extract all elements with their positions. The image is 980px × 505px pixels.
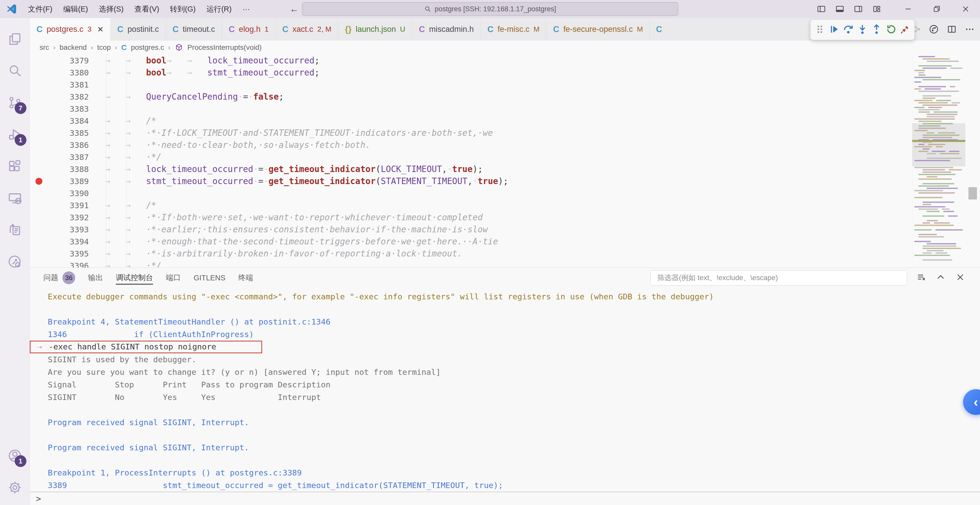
editor-scrollbar[interactable] xyxy=(966,54,980,268)
activity-item-remote-explorer[interactable] xyxy=(0,182,30,214)
filter-input[interactable] xyxy=(657,273,900,282)
minimap[interactable] xyxy=(912,54,966,268)
line-number[interactable]: 3393 xyxy=(30,225,97,234)
git-graph-button[interactable] xyxy=(929,24,939,34)
customize-layout-button[interactable] xyxy=(867,0,886,18)
activity-item-run-and-debug[interactable]: 1 xyxy=(0,119,30,150)
tab-close-icon[interactable]: ✕ xyxy=(97,25,103,34)
code-line: 3384→ → /* xyxy=(30,115,980,127)
menu-item[interactable]: 选择(S) xyxy=(94,0,129,18)
toggle-primary-sidebar-button[interactable] xyxy=(812,0,830,18)
menu-item[interactable]: 查看(V) xyxy=(129,0,165,18)
menu-item[interactable]: 转到(G) xyxy=(165,0,201,18)
tab-timeout.c[interactable]: Ctimeout.c xyxy=(166,18,222,41)
step-out-button[interactable] xyxy=(871,24,882,36)
breadcrumb-item[interactable]: src xyxy=(40,43,49,52)
clear-console-button[interactable] xyxy=(916,272,926,283)
restart-button[interactable] xyxy=(886,24,896,36)
more-actions-button[interactable] xyxy=(965,24,975,34)
minimap-line xyxy=(923,58,950,60)
tab-postgres.c[interactable]: Cpostgres.c3✕ xyxy=(30,18,111,41)
breadcrumb-file[interactable]: postgres.c xyxy=(131,43,164,52)
line-number[interactable]: 3391 xyxy=(30,201,97,210)
breadcrumb-item[interactable]: tcop xyxy=(97,43,111,52)
line-number[interactable]: 3383 xyxy=(30,104,97,113)
activity-item-settings[interactable] xyxy=(0,472,30,503)
breadcrumb-symbol[interactable]: ProcessInterrupts(void) xyxy=(188,43,262,52)
menu-item[interactable]: 编辑(E) xyxy=(58,0,94,18)
panel-tab-GITLENS[interactable]: GITLENS xyxy=(187,268,232,288)
line-number[interactable]: 3395 xyxy=(30,249,97,258)
minimap-line xyxy=(927,114,958,115)
panel-tab-终端[interactable]: 终端 xyxy=(232,268,259,288)
minimize-button[interactable] xyxy=(894,0,923,18)
minimap-line xyxy=(918,151,928,152)
activity-item-extensions[interactable] xyxy=(0,150,30,182)
minimap-line xyxy=(918,236,944,237)
split-editor-button[interactable] xyxy=(947,24,957,34)
line-number[interactable]: 3386 xyxy=(30,140,97,150)
tab-label: timeout.c xyxy=(183,25,215,34)
line-number[interactable]: 3389 xyxy=(30,177,97,186)
line-number[interactable]: 3394 xyxy=(30,237,97,246)
menu-item[interactable]: 运行(R) xyxy=(201,0,237,18)
minimize-icon xyxy=(904,5,913,13)
debug-console[interactable]: Execute debugger commands using "-exec <… xyxy=(30,288,980,492)
activity-item-explorer[interactable] xyxy=(0,23,30,55)
breakpoint-dot[interactable] xyxy=(35,178,42,185)
tab-postinit.c[interactable]: Cpostinit.c xyxy=(111,18,166,41)
activity-item-file-exchange[interactable] xyxy=(0,214,30,246)
panel-tab-端口[interactable]: 端口 xyxy=(159,268,187,288)
line-number[interactable]: 3381 xyxy=(30,80,97,89)
close-panel-button[interactable] xyxy=(955,272,965,283)
disconnect-button[interactable] xyxy=(900,24,910,36)
step-over-button[interactable] xyxy=(843,24,854,36)
tab-launch.json[interactable]: {}launch.jsonU xyxy=(338,18,412,41)
restart-icon xyxy=(886,24,896,35)
line-number[interactable]: 3382 xyxy=(30,92,97,101)
breadcrumb-item[interactable]: backend xyxy=(60,43,87,52)
nav-back-button[interactable]: ← xyxy=(290,3,299,14)
line-number[interactable]: 3385 xyxy=(30,128,97,138)
problems-badge: 36 xyxy=(62,271,75,284)
command-center-search[interactable]: postgres [SSH: 192.168.1.17_postgres] xyxy=(302,2,678,16)
line-number[interactable]: 3387 xyxy=(30,153,97,162)
code-line: 3391→ → /* xyxy=(30,199,980,211)
tab-elog.h[interactable]: Celog.h1 xyxy=(222,18,275,41)
toggle-secondary-sidebar-button[interactable] xyxy=(849,0,867,18)
line-number[interactable]: 3390 xyxy=(30,189,97,198)
console-input-row[interactable]: > xyxy=(30,492,980,505)
breadcrumb[interactable]: src›backend›tcop›Cpostgres.c›ProcessInte… xyxy=(30,41,980,54)
line-number[interactable]: 3388 xyxy=(30,164,97,174)
panel-tab-调试控制台[interactable]: 调试控制台 xyxy=(109,268,159,288)
continue-button[interactable] xyxy=(829,24,839,36)
line-number[interactable]: 3379 xyxy=(30,56,97,65)
tab-partial[interactable]: C xyxy=(650,18,671,41)
activity-item-commit-search[interactable] xyxy=(0,246,30,278)
activity-item-search[interactable] xyxy=(0,55,30,87)
menu-item[interactable]: ··· xyxy=(237,0,255,18)
code-text: → → ·*·If·both·were·set,·we·want·to·repo… xyxy=(97,212,483,222)
tab-miscadmin.h[interactable]: Cmiscadmin.h xyxy=(412,18,480,41)
restore-button[interactable] xyxy=(923,0,951,18)
menu-item[interactable]: 文件(F) xyxy=(22,0,58,18)
line-number[interactable]: 3384 xyxy=(30,116,97,126)
panel-tab-问题[interactable]: 问题36 xyxy=(37,268,82,288)
panel-tab-输出[interactable]: 输出 xyxy=(82,268,109,288)
console-filter[interactable] xyxy=(650,270,907,285)
line-number[interactable]: 3380 xyxy=(30,68,97,77)
activity-item-source-control[interactable]: 7 xyxy=(0,87,30,119)
code-editor[interactable]: 3379→ → bool→ → lock_timeout_occurred;33… xyxy=(30,54,980,268)
step-into-button[interactable] xyxy=(857,24,868,36)
tab-fe-secure-openssl.c[interactable]: Cfe-secure-openssl.cM xyxy=(546,18,650,41)
tab-fe-misc.c[interactable]: Cfe-misc.cM xyxy=(480,18,546,41)
toggle-panel-button[interactable] xyxy=(830,0,849,18)
collapse-panel-button[interactable] xyxy=(936,272,946,283)
activity-item-accounts[interactable]: 1 xyxy=(0,440,30,472)
line-number[interactable]: 3396 xyxy=(30,261,97,268)
tab-xact.c[interactable]: Cxact.c2, M xyxy=(275,18,338,41)
close-button[interactable] xyxy=(951,0,980,18)
line-number[interactable]: 3392 xyxy=(30,213,97,222)
console-line xyxy=(30,454,980,467)
scrollbar-thumb[interactable] xyxy=(969,187,977,199)
